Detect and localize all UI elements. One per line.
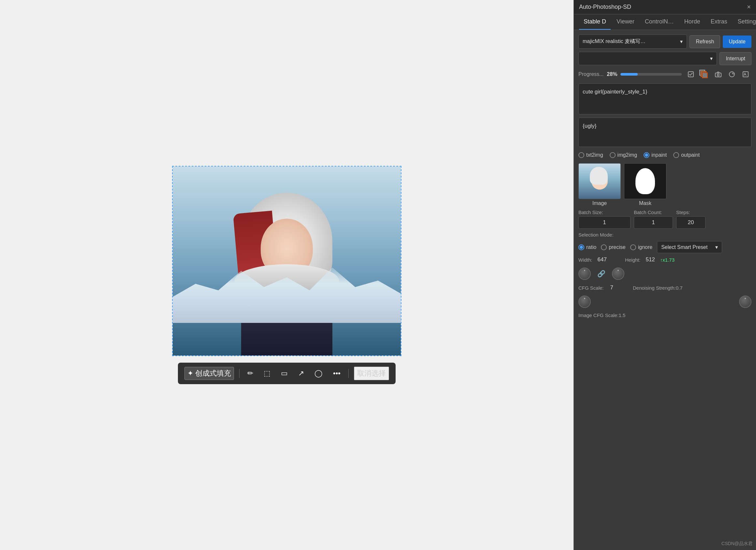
knob-row: 🔗: [578, 266, 751, 281]
batch-count-label: Batch Count:: [634, 210, 673, 215]
progress-bar-fill: [620, 73, 638, 76]
radio-txt2img[interactable]: txt2img: [578, 152, 603, 158]
batch-count-input[interactable]: [634, 216, 673, 229]
radio-ignore[interactable]: ignore: [630, 244, 652, 250]
brush-tool-button[interactable]: ✏: [245, 368, 256, 379]
knob-dot-image-cfg: [584, 298, 585, 299]
mask-thumb-label: Mask: [639, 200, 651, 206]
tab-viewer[interactable]: Viewer: [612, 14, 639, 30]
close-button[interactable]: ×: [747, 3, 751, 11]
svg-rect-1: [715, 73, 721, 77]
scale-value: ↑x1.73: [660, 257, 675, 263]
second-knob[interactable]: [739, 296, 751, 308]
refresh-button[interactable]: Refresh: [690, 35, 720, 48]
steps-label: Steps:: [676, 210, 705, 215]
knob-dot-second: [745, 298, 746, 299]
radio-circle-img2img: [610, 152, 616, 158]
selection-mode-section: Selection Mode:: [578, 232, 751, 238]
progress-bar: [620, 73, 682, 76]
radio-ratio[interactable]: ratio: [578, 244, 596, 250]
image-thumbnail[interactable]: [578, 163, 621, 199]
model-select[interactable]: majicMIX realistic 麦橘写…: [578, 35, 687, 49]
canvas-toolbar: ✦ 创成式填充 ✏ ⬚ ▭ ↗ ◯ ••• 取消选择: [178, 363, 396, 384]
negative-prompt[interactable]: {ugly}: [578, 118, 751, 147]
mask-shape: [635, 168, 655, 194]
mask-thumbnail[interactable]: [624, 163, 666, 199]
vae-select[interactable]: [578, 52, 717, 65]
tab-extras[interactable]: Extras: [706, 14, 732, 30]
progress-row: Progress... 28%: [578, 68, 751, 80]
mode-radio-group: txt2img img2img inpaint outpaint: [578, 150, 751, 160]
interrupt-button[interactable]: Interrupt: [720, 52, 751, 65]
panel-body: majicMIX realistic 麦橘写… Refresh Update I…: [574, 30, 756, 323]
batch-size-input[interactable]: [578, 216, 631, 229]
radio-label-ratio: ratio: [586, 244, 596, 250]
selection-mode-label: Selection Mode:: [578, 232, 614, 238]
panel-titlebar: Auto-Photoshop-SD ×: [574, 0, 756, 14]
selection-tool-button[interactable]: ⬚: [261, 368, 273, 379]
model-chevron-icon: [680, 38, 683, 45]
radio-img2img[interactable]: img2img: [610, 152, 637, 158]
tab-horde[interactable]: Horde: [680, 14, 705, 30]
generative-fill-button[interactable]: ✦ 创成式填充: [184, 367, 234, 380]
cfg-row: CFG Scale: 7 Denoising Strength:0.7: [578, 284, 751, 291]
image-cfg-knob[interactable]: [578, 296, 591, 308]
link-icon: 🔗: [597, 270, 605, 278]
model-select-value: majicMIX realistic 麦橘写…: [583, 38, 646, 45]
edit-icon[interactable]: [740, 68, 751, 80]
tab-settings[interactable]: Settings: [733, 14, 756, 30]
image-cfg-label: Image CFG Scale:1.5: [578, 312, 625, 318]
image-thumb-container: Image: [578, 163, 621, 206]
steps-input[interactable]: [676, 216, 705, 229]
radio-circle-outpaint: [673, 152, 679, 158]
refresh-circle-icon[interactable]: [726, 68, 738, 80]
update-button[interactable]: Update: [723, 36, 751, 48]
positive-prompt[interactable]: cute girl{painterly_style_1}: [578, 83, 751, 114]
tab-controlnet[interactable]: ControlN…: [640, 14, 678, 30]
move-tool-button[interactable]: ↗: [296, 368, 307, 379]
batch-params-row: Batch Size: Batch Count: Steps:: [578, 210, 751, 229]
radio-label-outpaint: outpaint: [681, 152, 700, 158]
svg-point-3: [729, 72, 734, 77]
image-thumb-label: Image: [592, 200, 607, 206]
smart-preset-chevron: [715, 244, 718, 250]
layers-icon[interactable]: [699, 68, 710, 80]
denoising-label: Denoising Strength:0.7: [633, 285, 683, 291]
radio-label-txt2img: txt2img: [586, 152, 603, 158]
height-value: 512: [646, 256, 655, 263]
knob-dot-denoising: [618, 270, 619, 271]
canvas-container: [172, 166, 401, 356]
vae-chevron-icon: [710, 55, 713, 62]
thumb-image-content: [579, 164, 620, 199]
radio-precise[interactable]: precise: [601, 244, 626, 250]
denoising-knob[interactable]: [612, 268, 624, 280]
more-options-button[interactable]: •••: [330, 368, 343, 379]
image-cfg-row: Image CFG Scale:1.5: [578, 312, 751, 318]
smart-preset-select[interactable]: Select Smart Preset: [657, 241, 722, 253]
right-panel: Auto-Photoshop-SD × Stable D Viewer Cont…: [574, 0, 756, 550]
rect-icon: ▭: [281, 369, 288, 378]
progress-percent: 28%: [607, 71, 617, 77]
smart-preset-value: Select Smart Preset: [661, 244, 707, 250]
radio-label-ignore: ignore: [638, 244, 652, 250]
rect-tool-button[interactable]: ▭: [278, 368, 290, 379]
radio-circle-txt2img: [578, 152, 584, 158]
radio-inpaint[interactable]: inpaint: [644, 152, 667, 158]
ellipsis-icon: •••: [333, 369, 341, 378]
radio-circle-ratio: [578, 244, 584, 250]
eraser-tool-button[interactable]: ◯: [312, 368, 325, 379]
eraser-icon: ◯: [314, 369, 323, 378]
radio-circle-precise: [601, 244, 607, 250]
radio-outpaint[interactable]: outpaint: [673, 152, 700, 158]
cancel-selection-button[interactable]: 取消选择: [354, 367, 389, 380]
divider-2: [348, 369, 349, 378]
width-label: Width:: [578, 257, 592, 263]
camera-icon[interactable]: [712, 68, 724, 80]
width-value: 647: [598, 256, 607, 263]
main-canvas: [173, 166, 401, 355]
tab-stable-d[interactable]: Stable D: [579, 14, 611, 30]
checkbox-icon[interactable]: [685, 68, 697, 80]
cfg-knob[interactable]: [578, 268, 591, 280]
batch-size-label: Batch Size:: [578, 210, 631, 215]
cfg-label: CFG Scale:: [578, 285, 604, 291]
